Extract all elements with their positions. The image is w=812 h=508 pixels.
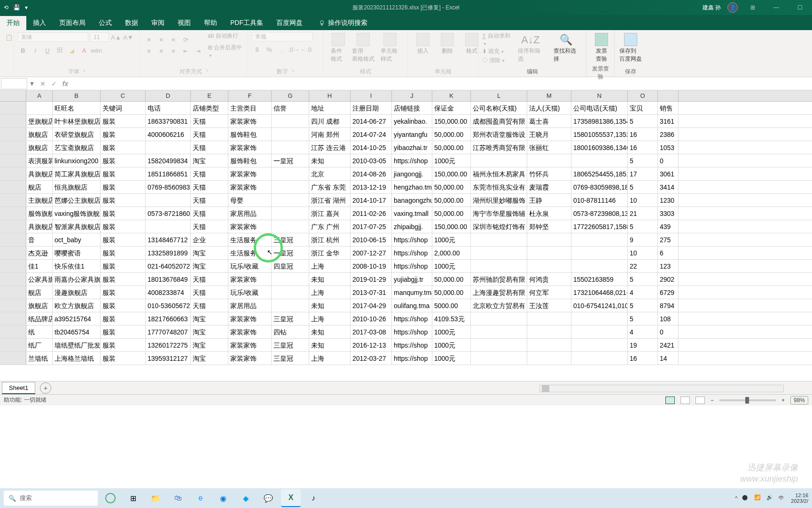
cell[interactable]: 一皇冠 — [272, 246, 309, 259]
cell[interactable]: 母婴 — [228, 194, 272, 206]
cell[interactable]: 0 — [658, 325, 679, 338]
cell[interactable]: 天猫 — [191, 167, 228, 180]
col-header[interactable]: E — [191, 90, 228, 101]
cell[interactable]: 麦瑞霞 — [527, 181, 571, 193]
cell[interactable]: https://shop — [392, 233, 432, 246]
cell[interactable]: 0769-85609838 — [146, 181, 191, 193]
merge-center-button[interactable]: ⊞ 合并后居中▼ — [208, 44, 244, 58]
cell[interactable]: 家装家饰 — [228, 167, 272, 180]
app-icon[interactable]: ◆ — [236, 489, 256, 507]
cell[interactable] — [527, 339, 571, 351]
cell[interactable] — [571, 352, 628, 365]
header-cell[interactable]: 销售 — [658, 102, 679, 114]
cell[interactable]: 2014-06-27 — [351, 115, 392, 127]
cell[interactable]: 2,000.00 — [432, 246, 471, 259]
conditional-format-button[interactable]: 条件格式 — [327, 32, 350, 64]
cell[interactable]: https://shop — [392, 339, 432, 351]
cell[interactable]: 108 — [658, 312, 679, 325]
cell[interactable]: 广东 广州 — [309, 220, 351, 233]
task-view-icon[interactable]: ⊞ — [123, 489, 143, 507]
cell[interactable]: 13959312127 — [146, 352, 191, 365]
cell[interactable]: 天猫 — [191, 207, 228, 220]
add-sheet-button[interactable]: + — [40, 382, 51, 394]
cell[interactable]: 50,000.00 — [432, 141, 471, 154]
cell[interactable]: 天猫 — [191, 299, 228, 312]
indent-dec-icon[interactable]: ⇤ — [180, 46, 191, 56]
cell[interactable]: 天猫 — [191, 286, 228, 299]
align-bottom-icon[interactable]: ≡ — [168, 34, 179, 45]
cell[interactable] — [272, 207, 309, 220]
cell[interactable]: 北京欧立方贸易有 — [471, 299, 527, 312]
cell[interactable]: 舰店 — [26, 181, 53, 193]
zoom-slider[interactable] — [719, 399, 776, 401]
file-explorer-icon[interactable]: 📁 — [146, 489, 165, 507]
cell[interactable]: 四钻 — [272, 325, 309, 338]
cell[interactable] — [471, 246, 527, 259]
cell[interactable]: 上海 — [309, 286, 351, 299]
cell[interactable]: 简工家具旗舰店 — [53, 167, 101, 180]
insert-cells-button[interactable]: 插入 — [412, 32, 434, 56]
cell[interactable]: 5 — [628, 220, 658, 233]
cell[interactable]: hengzhao.tma — [392, 181, 432, 193]
cell[interactable]: 上海格兰墙纸 — [53, 352, 101, 365]
cell[interactable]: 天猫 — [191, 273, 228, 286]
cell[interactable]: 22 — [628, 260, 658, 272]
cell[interactable]: 6729 — [658, 286, 679, 299]
cell[interactable]: 漫趣旗舰店 — [53, 286, 101, 299]
cell[interactable] — [272, 141, 309, 154]
cell[interactable]: 淘宝 — [191, 325, 228, 338]
cell[interactable]: 275 — [658, 233, 679, 246]
cell[interactable]: 王静 — [527, 194, 571, 206]
select-all-corner[interactable] — [0, 90, 26, 101]
cell[interactable]: 50,000.00 — [432, 286, 471, 299]
cell[interactable]: 18633790831 — [146, 115, 191, 127]
cell[interactable]: 堡旗舰店 — [26, 115, 53, 127]
cell[interactable]: 服装 — [101, 220, 146, 233]
cell[interactable]: 服装 — [101, 246, 146, 259]
header-cell[interactable]: 注册日期 — [351, 102, 392, 114]
cell[interactable]: 四川 成都 — [309, 115, 351, 127]
align-middle-icon[interactable]: ≡ — [156, 34, 166, 45]
maximize-icon[interactable]: ☐ — [791, 0, 808, 15]
cell[interactable]: 21 — [628, 207, 658, 220]
header-cell[interactable]: 公司名称(天猫) — [471, 102, 527, 114]
cell[interactable]: yekalinbao. — [392, 115, 432, 127]
cell[interactable]: 四皇冠 — [272, 260, 309, 272]
cell[interactable]: 010-67541241,010 — [571, 299, 628, 312]
cell[interactable]: 10 — [628, 246, 658, 259]
cell[interactable]: 河南 郑州 — [309, 128, 351, 141]
cell[interactable]: 13260172275 — [146, 339, 191, 351]
cell[interactable]: 18001609386,1346 — [571, 141, 628, 154]
cell[interactable]: 恒兆旗舰店 — [53, 181, 101, 193]
fx-icon[interactable]: fx — [60, 79, 70, 89]
cell[interactable]: 5000.00 — [432, 299, 471, 312]
cell[interactable]: 未知 — [309, 325, 351, 338]
cell[interactable]: 具旗舰店 — [26, 167, 53, 180]
cell[interactable]: 玩乐/收藏 — [228, 260, 272, 272]
cell[interactable]: 2017-03-08 — [351, 325, 392, 338]
cell[interactable] — [146, 220, 191, 233]
cell[interactable]: 淘宝 — [191, 260, 228, 272]
cell[interactable]: 杜永泉 — [527, 207, 571, 220]
col-header[interactable]: D — [146, 90, 191, 101]
italic-button[interactable]: I — [30, 45, 40, 56]
cell[interactable]: 音 — [26, 233, 53, 246]
cell-style-button[interactable]: 单元格样式 — [377, 32, 404, 64]
cell[interactable]: 9 — [628, 233, 658, 246]
cell[interactable]: 2007-12-27 — [351, 246, 392, 259]
cell[interactable]: 嘤嘤蜜语 — [53, 246, 101, 259]
cell[interactable]: 服装 — [101, 260, 146, 272]
cell[interactable]: 服装 — [101, 194, 146, 206]
cell[interactable]: 123 — [658, 260, 679, 272]
cell[interactable]: 天猫 — [191, 141, 228, 154]
cell[interactable]: 北京 — [309, 167, 351, 180]
tray-icon[interactable]: ⬤ — [742, 494, 750, 502]
cell[interactable]: 江苏唯秀商贸有限 — [471, 141, 527, 154]
cell[interactable]: 三皇冠 — [272, 233, 309, 246]
cell[interactable]: 3414 — [658, 181, 679, 193]
cell[interactable]: 王汝莲 — [527, 299, 571, 312]
cell[interactable]: 家装家饰 — [228, 181, 272, 193]
tab-view[interactable]: 视图 — [171, 16, 197, 30]
clear-button[interactable]: ◇ 清除▼ — [482, 56, 511, 64]
tab-pdf[interactable]: PDF工具集 — [224, 16, 270, 30]
